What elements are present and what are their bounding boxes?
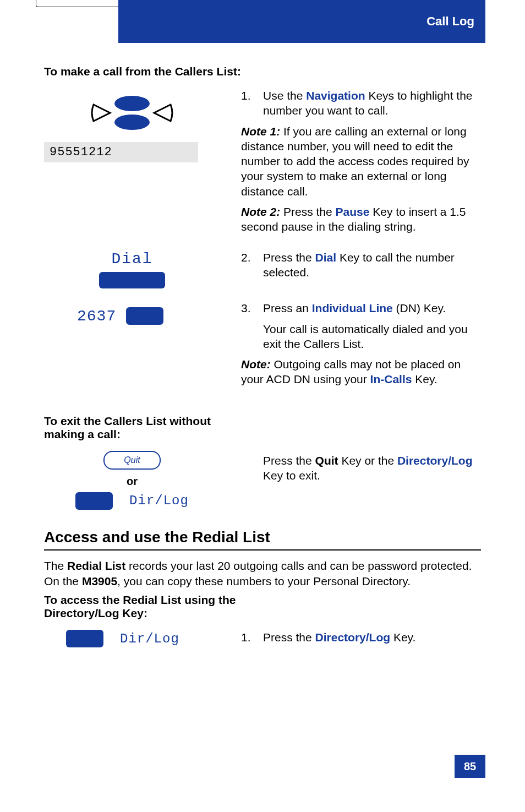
dial-keyword: Dial	[315, 251, 337, 264]
svg-rect-2	[121, 111, 143, 115]
header-tab-stub	[36, 0, 119, 7]
svg-point-0	[114, 96, 150, 111]
svg-point-1	[114, 115, 150, 130]
step1-text: Use the Navigation Keys to highlight the…	[263, 88, 481, 118]
dirlog-key-row-2: Dir/Log	[44, 630, 220, 647]
sec3-heading: Access and use the Redial List	[44, 528, 481, 551]
individual-line-keyword: Individual Line	[312, 302, 393, 314]
page-number-text: 85	[464, 760, 476, 773]
step-number: 1.	[241, 88, 255, 118]
quit-key-label: Quit	[124, 455, 140, 465]
step-number: 1.	[241, 630, 255, 645]
dirlog-label: Dir/Log	[129, 493, 189, 508]
step-number: 2.	[241, 250, 255, 280]
incalls-keyword: In-Calls	[370, 373, 412, 385]
dirlog-button-icon	[66, 630, 103, 647]
pause-keyword: Pause	[336, 205, 370, 218]
directory-log-keyword: Directory/Log	[315, 631, 391, 644]
header-title: Call Log	[118, 0, 485, 43]
lcd-display: 95551212	[44, 142, 198, 162]
step3-sub: Your call is automatically dialed and yo…	[263, 321, 481, 352]
navigation-keyword: Navigation	[306, 89, 365, 102]
quit-key-icon: Quit	[103, 451, 161, 470]
note-3: Note: Outgoing calls may not be placed o…	[241, 357, 481, 387]
or-text: or	[127, 475, 138, 488]
step3-text: Press an Individual Line (DN) Key. Your …	[263, 301, 481, 351]
note1-label: Note 1:	[241, 125, 280, 138]
quit-keyword: Quit	[315, 454, 338, 467]
note2-label: Note 2:	[241, 205, 280, 218]
step2-text: Press the Dial Key to call the number se…	[263, 250, 481, 280]
line-key-button-icon	[126, 307, 163, 325]
redial-list-keyword: Redial List	[67, 559, 125, 572]
note-1: Note 1: If you are calling an external o…	[241, 124, 481, 199]
dial-softkey-label: Dial	[111, 250, 152, 268]
sec1-heading: To make a call from the Callers List:	[44, 65, 481, 78]
navigation-key-icon	[44, 94, 220, 132]
page-number: 85	[455, 755, 485, 778]
header-title-text: Call Log	[426, 14, 474, 29]
sec2-heading: To exit the Callers List without making …	[44, 415, 226, 441]
dirlog-button-icon	[75, 492, 113, 510]
dial-softkey-button-icon	[99, 272, 165, 288]
sec3-step1-text: Press the Directory/Log Key.	[263, 630, 481, 645]
line-key-number: 2637	[77, 308, 116, 325]
dirlog-key-row: Dir/Log	[75, 492, 189, 510]
dirlog-label: Dir/Log	[120, 631, 179, 646]
directory-log-keyword: Directory/Log	[397, 454, 473, 467]
sec3-paragraph: The Redial List records your last 20 out…	[44, 558, 481, 590]
line-key: 2637	[44, 307, 220, 325]
note-2: Note 2: Press the Pause Key to insert a …	[241, 204, 481, 235]
dial-softkey: Dial	[44, 250, 220, 288]
lcd-number: 95551212	[50, 145, 112, 159]
sec3-sub-heading: To access the Redial List using the Dire…	[44, 593, 264, 620]
step-number: 3.	[241, 301, 255, 351]
note3-label: Note:	[241, 358, 271, 370]
sec2-right-text: Press the Quit Key or the Directory/Log …	[241, 453, 481, 483]
m3905-keyword: M3905	[82, 575, 117, 587]
